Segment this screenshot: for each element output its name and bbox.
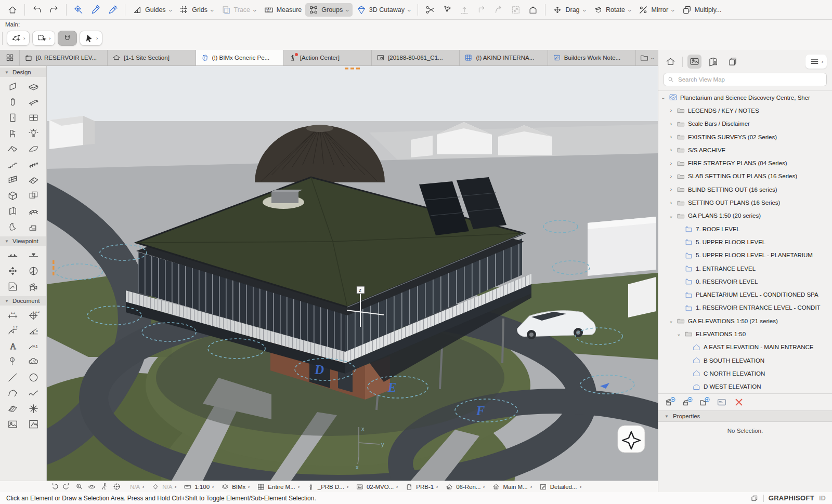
lamp-tool[interactable] — [28, 127, 40, 139]
drawing-tool[interactable] — [28, 418, 40, 430]
grids-button[interactable]: Grids⌄ — [176, 3, 217, 17]
level-dimension-tool[interactable]: 1.2 — [28, 309, 40, 321]
tab[interactable]: (!) BIMx Generic Pe... — [196, 50, 284, 65]
zone-tool[interactable] — [28, 221, 40, 233]
tree-expand-icon[interactable]: › — [668, 108, 674, 113]
split-button[interactable] — [422, 3, 438, 17]
section-tool[interactable] — [7, 249, 19, 261]
home-button[interactable] — [4, 3, 21, 17]
properties-header[interactable]: ▼ Properties — [658, 410, 832, 422]
3d-cutaway-button[interactable]: 3D Cutaway⌄ — [353, 3, 414, 17]
tree-item[interactable]: ›S/S ARCHIVE — [658, 143, 832, 156]
angle-dimension-tool[interactable]: α — [28, 325, 40, 337]
nav-back-button[interactable] — [50, 482, 59, 491]
measure-button[interactable]: 12Measure — [261, 3, 305, 17]
tree-expand-icon[interactable]: ⌄ — [660, 95, 666, 100]
column-tool[interactable] — [7, 96, 19, 108]
view-map-search[interactable] — [664, 73, 827, 86]
zoom-in-button[interactable] — [75, 482, 84, 491]
orbit-button[interactable] — [87, 482, 96, 491]
tree-item[interactable]: PLANETARIUM LEVEL - CONDITIONED SPA — [658, 288, 832, 301]
walk-button[interactable] — [100, 482, 109, 491]
fillet-button[interactable] — [490, 3, 507, 17]
delete-x-button[interactable] — [733, 396, 745, 408]
stair-tool[interactable] — [7, 158, 19, 170]
tree-expand-icon[interactable]: › — [668, 161, 674, 166]
wall-tool[interactable] — [7, 81, 19, 92]
tree-item[interactable]: ⌄Planetarium and Science Discovery Centr… — [658, 91, 832, 104]
panel-tool[interactable] — [7, 205, 19, 217]
beam-tool[interactable] — [28, 96, 40, 108]
layout-book-button[interactable] — [706, 55, 720, 69]
add-clone-button[interactable] — [682, 396, 693, 408]
quad-view-button[interactable] — [0, 50, 20, 65]
skylight-tool[interactable] — [28, 174, 40, 186]
elevate-button[interactable] — [525, 3, 541, 17]
intersect-button[interactable] — [473, 3, 490, 17]
toolbox-section-document[interactable]: ▼Document — [0, 296, 46, 306]
tab[interactable]: [Action Center] — [284, 50, 372, 65]
curtain-wall-tool[interactable] — [7, 174, 19, 186]
detail-tool[interactable] — [28, 265, 40, 277]
redo-button[interactable] — [46, 3, 62, 17]
status-field[interactable]: 02-MVO...› — [352, 481, 401, 493]
camera-tool[interactable] — [28, 281, 40, 293]
tree-expand-icon[interactable]: › — [668, 187, 674, 192]
door-tool[interactable] — [7, 112, 19, 124]
tree-item[interactable]: 7. ROOF LEVEL — [658, 222, 832, 235]
eyedropper-button[interactable] — [87, 3, 104, 17]
tab[interactable]: [20188-80-061_C1... — [372, 50, 460, 65]
status-field[interactable]: Detailed...› — [536, 481, 585, 493]
tab[interactable]: (!) AKIND INTERNA... — [460, 50, 548, 65]
tree-item[interactable]: 0. RESERVOIR LEVEL — [658, 275, 832, 288]
tree-expand-icon[interactable]: › — [668, 134, 674, 140]
interior-elevation-tool[interactable] — [7, 265, 19, 277]
roof-tool[interactable] — [7, 143, 19, 155]
object-tool[interactable] — [7, 127, 19, 139]
elevation-tool[interactable] — [28, 249, 40, 261]
mirror-button[interactable]: Mirror⌄ — [635, 3, 678, 17]
add-view-button[interactable] — [665, 396, 676, 408]
tab-overflow-button[interactable]: ⌄ — [636, 50, 658, 65]
status-field[interactable]: 1:100› — [180, 481, 217, 493]
status-field[interactable]: 06-Ren...› — [441, 481, 488, 493]
tree-item[interactable]: ⌄GA PLANS 1:50 (20 series) — [658, 209, 832, 222]
grow-button[interactable] — [456, 3, 473, 17]
tree-item[interactable]: ›BLIND SETTING OUT (16 series) — [658, 183, 832, 196]
viewport-3d[interactable]: D E F z x y x — [47, 66, 658, 481]
radial-dimension-tool[interactable]: 1.2 — [7, 325, 19, 337]
tree-item[interactable]: B SOUTH ELEVATION — [658, 354, 832, 367]
fill-tool[interactable] — [7, 403, 19, 415]
shell-tool[interactable] — [28, 143, 40, 155]
tree-item[interactable]: ›FIRE STRATEGY PLANS (04 Series) — [658, 156, 832, 169]
status-field[interactable]: Entire M...› — [253, 481, 303, 493]
tree-item[interactable]: ›SLAB SETTING OUT PLANS (16 Series) — [658, 170, 832, 183]
tree-expand-icon[interactable]: ⌄ — [668, 213, 674, 219]
rotate-button[interactable]: Rotate⌄ — [590, 3, 634, 17]
marker-tool[interactable]: 1 — [7, 356, 19, 368]
tree-item[interactable]: D WEST ELEVATION — [658, 380, 832, 393]
groups-button[interactable]: Groups⌄ — [305, 3, 353, 17]
tree-item[interactable]: ⌄GA ELEVATIONS 1:50 (21 series) — [658, 314, 832, 327]
publisher-button[interactable] — [725, 55, 739, 69]
tree-item[interactable]: 1. ENTRANCE LEVEL — [658, 262, 832, 275]
view-map-button[interactable] — [687, 55, 701, 69]
mesh-tool[interactable] — [7, 190, 19, 202]
tree-item[interactable]: ›Scale Bars / Disclaimer — [658, 117, 832, 130]
card-button[interactable] — [716, 396, 727, 408]
polyline-tool[interactable] — [7, 387, 19, 399]
tree-item[interactable]: ⌄ELEVATIONS 1:50 — [658, 327, 832, 340]
worksheet-tool[interactable] — [7, 281, 19, 293]
magnet-tool[interactable] — [58, 31, 77, 46]
label-tool[interactable]: A1 — [28, 340, 40, 352]
tab[interactable]: Builders Work Note... — [548, 50, 636, 65]
windows-stack-icon[interactable] — [750, 494, 759, 502]
tree-item[interactable]: ›SETTING OUT PLANS (16 Series) — [658, 196, 832, 209]
status-field[interactable]: N/A› — [148, 481, 180, 493]
syringe-button[interactable] — [105, 3, 121, 17]
line-tool[interactable] — [7, 372, 19, 383]
nav-fwd-button[interactable] — [62, 482, 71, 491]
tree-item[interactable]: 1. RESERVOIR ENTRANCE LEVEL - CONDIT — [658, 301, 832, 314]
navigator-menu-button[interactable]: › — [805, 55, 827, 69]
opening-tool[interactable] — [28, 190, 40, 202]
